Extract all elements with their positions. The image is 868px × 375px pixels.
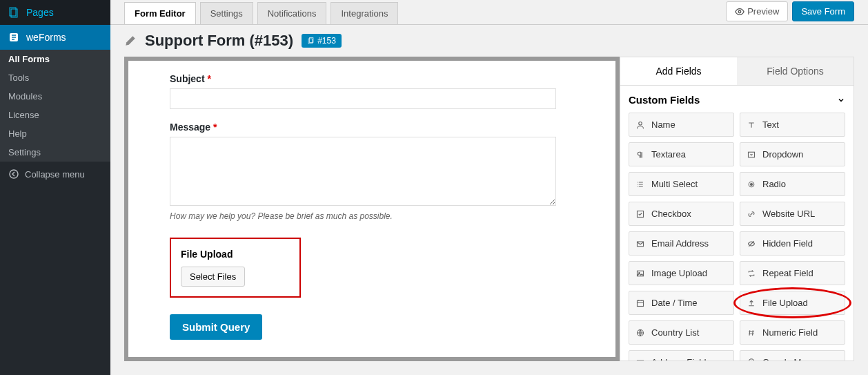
svg-rect-13: [638, 271, 644, 276]
field-type-label: Hidden Field: [762, 238, 813, 249]
eyeoff-icon: [747, 240, 757, 248]
chevron-down-icon: [837, 96, 845, 104]
svg-point-10: [751, 183, 753, 185]
field-type-label: Image Upload: [651, 268, 707, 278]
field-type-label: Name: [651, 119, 675, 130]
field-type-country-list[interactable]: Country List: [629, 320, 734, 345]
hash-icon: [747, 329, 757, 337]
cal-icon: [636, 299, 646, 307]
field-type-file-upload[interactable]: File Upload: [740, 291, 845, 315]
caret-icon: [747, 151, 757, 159]
tab-field-options[interactable]: Field Options: [737, 57, 854, 86]
eye-icon: [735, 7, 744, 17]
field-type-radio[interactable]: Radio: [740, 172, 845, 196]
svg-point-4: [738, 10, 741, 13]
field-type-label: Repeat Field: [762, 268, 813, 278]
field-type-label: Google Map: [762, 357, 811, 360]
field-type-label: Multi Select: [651, 179, 698, 189]
field-type-repeat-field[interactable]: Repeat Field: [740, 261, 845, 285]
fields-panel: Add Fields Field Options Custom Fields N…: [620, 57, 854, 361]
mail-icon: [636, 240, 646, 248]
subject-label: Subject *: [170, 73, 574, 84]
save-form-button[interactable]: Save Form: [792, 1, 854, 21]
field-type-email-address[interactable]: Email Address: [629, 231, 734, 256]
title-row: Support Form (#153) #153: [110, 25, 868, 57]
field-type-address-field[interactable]: Address Field: [629, 350, 734, 360]
message-label: Message *: [170, 122, 574, 133]
collapse-menu[interactable]: Collapse menu: [0, 162, 110, 186]
sidebar-label: Pages: [26, 7, 54, 18]
field-type-numeric-field[interactable]: Numeric Field: [740, 320, 845, 345]
shortcode-badge[interactable]: #153: [302, 34, 342, 48]
globe-icon: [636, 329, 646, 337]
image-icon: [636, 269, 646, 278]
tab-add-fields[interactable]: Add Fields: [620, 57, 737, 86]
field-type-label: File Upload: [762, 298, 808, 308]
form-title[interactable]: Support Form (#153): [145, 32, 293, 50]
field-type-label: Checkbox: [651, 209, 691, 219]
main-area: Form Editor Settings Notifications Integ…: [110, 0, 868, 375]
submenu-tools[interactable]: Tools: [0, 68, 110, 87]
form-canvas: Subject * Message * How may we help you?…: [128, 61, 615, 357]
tab-settings[interactable]: Settings: [200, 2, 253, 24]
field-type-label: Textarea: [651, 149, 686, 160]
sidebar-item-weforms[interactable]: weForms: [0, 25, 110, 50]
field-type-label: Date / Time: [651, 298, 697, 308]
field-type-dropdown[interactable]: Dropdown: [740, 142, 845, 166]
field-type-label: Country List: [651, 327, 699, 338]
sidebar-label: weForms: [26, 32, 66, 43]
dot-icon: [747, 180, 757, 189]
subject-input[interactable]: [170, 88, 556, 109]
field-type-label: Text: [762, 119, 779, 130]
canvas-wrap: Subject * Message * How may we help you?…: [124, 57, 620, 361]
field-type-text[interactable]: Text: [740, 113, 845, 137]
text-icon: [747, 121, 757, 129]
field-subject[interactable]: Subject *: [170, 73, 574, 109]
admin-sidebar: Pages weForms All Forms Tools Modules Li…: [0, 0, 110, 375]
field-type-checkbox[interactable]: Checkbox: [629, 202, 734, 226]
field-type-textarea[interactable]: Textarea: [629, 142, 734, 166]
select-files-button[interactable]: Select Files: [181, 267, 245, 287]
collapse-icon: [7, 167, 21, 181]
field-type-label: Radio: [762, 179, 786, 189]
check-icon: [636, 210, 646, 218]
svg-rect-17: [638, 360, 644, 361]
message-textarea[interactable]: [170, 137, 556, 206]
panel-body: Custom Fields NameTextTextareaDropdownMu…: [620, 86, 854, 360]
field-file-upload[interactable]: File Upload Select Files: [170, 238, 301, 298]
submenu-license[interactable]: License: [0, 106, 110, 124]
submenu-modules[interactable]: Modules: [0, 87, 110, 106]
message-help: How may we help you? Please be brief as …: [170, 211, 574, 221]
content-area: Subject * Message * How may we help you?…: [110, 57, 868, 375]
custom-fields-header[interactable]: Custom Fields: [629, 94, 845, 106]
field-type-website-url[interactable]: Website URL: [740, 202, 845, 226]
submenu-all-forms[interactable]: All Forms: [0, 50, 110, 68]
tab-notifications[interactable]: Notifications: [257, 2, 327, 24]
weforms-submenu: All Forms Tools Modules License Help Set…: [0, 50, 110, 162]
field-message[interactable]: Message * How may we help you? Please be…: [170, 122, 574, 221]
top-row: Form Editor Settings Notifications Integ…: [110, 0, 868, 25]
tab-integrations[interactable]: Integrations: [331, 2, 398, 24]
tab-form-editor[interactable]: Form Editor: [124, 2, 196, 24]
field-type-label: Dropdown: [762, 149, 803, 160]
submenu-settings[interactable]: Settings: [0, 143, 110, 162]
pin-icon: [747, 358, 757, 361]
submit-button[interactable]: Submit Query: [170, 314, 262, 340]
field-type-label: Website URL: [762, 209, 815, 219]
field-type-name[interactable]: Name: [629, 113, 734, 137]
field-type-multi-select[interactable]: Multi Select: [629, 172, 734, 196]
preview-button[interactable]: Preview: [726, 1, 788, 21]
svg-point-7: [639, 122, 642, 125]
para-icon: [636, 151, 646, 159]
editor-tabs: Form Editor Settings Notifications Integ…: [124, 2, 398, 24]
field-type-label: Email Address: [651, 238, 709, 249]
field-type-date-time[interactable]: Date / Time: [629, 291, 734, 315]
submenu-help[interactable]: Help: [0, 124, 110, 143]
field-grid: NameTextTextareaDropdownMulti SelectRadi…: [629, 113, 845, 360]
svg-rect-15: [638, 300, 644, 306]
field-type-hidden-field[interactable]: Hidden Field: [740, 231, 845, 256]
file-upload-label: File Upload: [181, 249, 290, 260]
field-type-google-map[interactable]: Google Map: [740, 350, 845, 360]
sidebar-item-pages[interactable]: Pages: [0, 0, 110, 25]
field-type-image-upload[interactable]: Image Upload: [629, 261, 734, 285]
